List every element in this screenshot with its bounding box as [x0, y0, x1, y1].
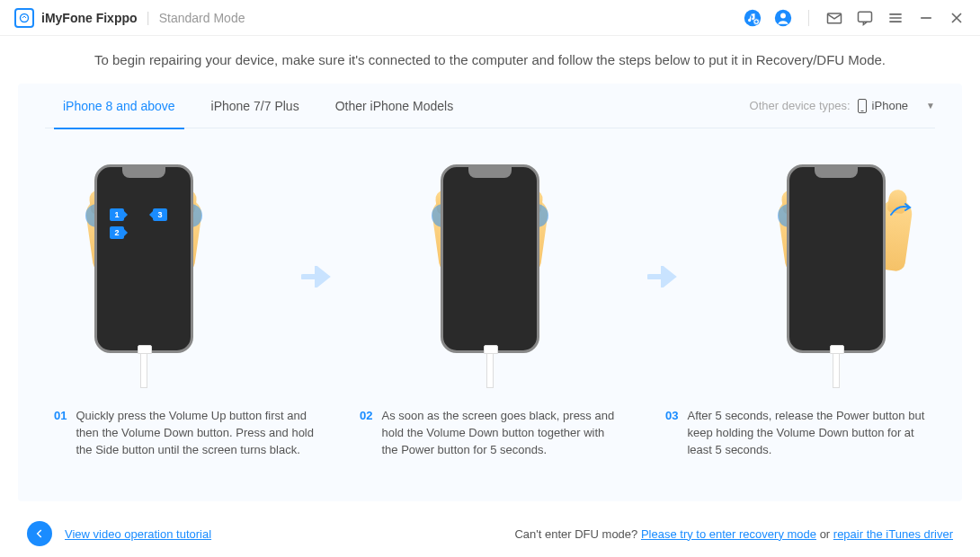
arrow-icon: [299, 266, 335, 287]
step-description: Quickly press the Volume Up button first…: [76, 408, 315, 459]
close-icon[interactable]: [948, 9, 966, 27]
step-description: After 5 seconds, release the Power butto…: [687, 408, 926, 459]
footer: View video operation tutorial Can't ente…: [0, 510, 980, 557]
device-tabs: iPhone 8 and above iPhone 7/7 Plus Other…: [45, 84, 935, 128]
device-type-dropdown[interactable]: iPhone ▼: [858, 99, 935, 113]
help-prefix: Can't enter DFU mode?: [514, 527, 641, 541]
tab-other-iphone[interactable]: Other iPhone Models: [317, 84, 472, 128]
step-number: 01: [54, 408, 67, 459]
mode-label: Standard Mode: [159, 11, 245, 25]
step-1-text: 01 Quickly press the Volume Up button fi…: [54, 408, 315, 459]
cable-icon: [140, 352, 147, 388]
device-type-label: Other device types:: [750, 99, 851, 112]
svg-rect-6: [859, 12, 872, 22]
menu-icon[interactable]: [886, 9, 904, 27]
mail-icon[interactable]: [825, 9, 843, 27]
device-type-selector: Other device types: iPhone ▼: [750, 99, 935, 113]
repair-driver-link[interactable]: repair the iTunes driver: [833, 527, 953, 541]
step-2-text: 02 As soon as the screen goes black, pre…: [360, 408, 620, 459]
instruction-card: iPhone 8 and above iPhone 7/7 Plus Other…: [18, 84, 962, 501]
help-or: or: [816, 527, 833, 541]
steps-illustrations: 1 2 3: [45, 164, 935, 388]
feedback-icon[interactable]: [856, 9, 874, 27]
app-title: iMyFone Fixppo: [41, 11, 138, 25]
recovery-mode-link[interactable]: Please try to enter recovery mode: [641, 527, 816, 541]
steps-descriptions: 01 Quickly press the Volume Up button fi…: [45, 408, 935, 459]
instruction-text: To begin repairing your device, make sur…: [18, 52, 962, 67]
step-number: 02: [360, 408, 372, 459]
step-marker-3: 3: [153, 208, 167, 221]
music-note-icon[interactable]: [744, 9, 762, 27]
video-tutorial-link[interactable]: View video operation tutorial: [65, 527, 211, 541]
step-1-illustration: 1 2 3: [54, 164, 234, 388]
svg-point-4: [780, 13, 786, 18]
cable-icon: [486, 352, 494, 388]
step-3-illustration: [746, 164, 926, 388]
tab-iphone-7[interactable]: iPhone 7/7 Plus: [193, 84, 317, 128]
phone-icon: [441, 164, 539, 353]
chevron-down-icon: ▼: [926, 101, 935, 111]
minimize-icon[interactable]: [917, 9, 935, 27]
footer-help: Can't enter DFU mode? Please try to ente…: [514, 527, 953, 541]
step-marker-1: 1: [110, 208, 124, 221]
arrow-icon: [646, 266, 682, 287]
cable-icon: [833, 352, 840, 388]
back-button[interactable]: [27, 521, 52, 546]
step-marker-2: 2: [110, 226, 124, 239]
device-type-value: iPhone: [872, 99, 908, 112]
account-icon[interactable]: [774, 9, 792, 27]
step-number: 03: [665, 408, 678, 459]
svg-point-0: [21, 13, 29, 22]
phone-icon: [787, 164, 886, 353]
tab-iphone-8-above[interactable]: iPhone 8 and above: [45, 84, 193, 128]
phone-icon: 1 2 3: [94, 164, 193, 353]
titlebar: iMyFone Fixppo | Standard Mode: [0, 0, 980, 36]
step-2-illustration: [400, 164, 580, 388]
app-logo: [14, 8, 34, 28]
main-content: To begin repairing your device, make sur…: [0, 36, 980, 501]
release-arrow-icon: [889, 202, 913, 222]
step-3-text: 03 After 5 seconds, release the Power bu…: [665, 408, 926, 459]
step-description: As soon as the screen goes black, press …: [381, 408, 620, 459]
title-divider: |: [147, 10, 150, 26]
phone-icon: [858, 99, 867, 113]
